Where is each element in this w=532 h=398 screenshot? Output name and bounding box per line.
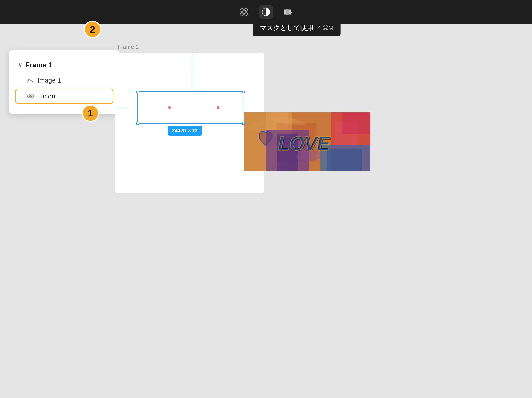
canvas-frame: LOVE LOVE LOVE 244.37 × 72	[115, 53, 264, 193]
handle-bottom-left[interactable]	[136, 122, 139, 124]
center-dot-1	[168, 106, 171, 109]
step-badge-2: 2	[84, 21, 101, 38]
tooltip-text: マスクとして使用	[260, 24, 313, 32]
canvas-area: Frame 1	[0, 24, 532, 398]
crosshair-horizontal	[115, 108, 128, 108]
canvas-image: LOVE LOVE LOVE	[244, 112, 370, 171]
boolean-tool-button[interactable]	[281, 6, 294, 19]
frame-canvas-label: Frame 1	[118, 44, 139, 50]
step-badge-2-number: 2	[90, 24, 95, 35]
mask-tooltip: マスクとして使用 ^ ⌘M	[253, 20, 341, 36]
crosshair-vertical	[192, 53, 192, 91]
handle-bottom-right[interactable]	[242, 122, 245, 124]
step-badge-1-number: 1	[88, 108, 93, 119]
contrast-tool-button[interactable]	[260, 6, 272, 19]
center-dot-2	[217, 106, 219, 109]
step-badge-1: 1	[82, 105, 99, 122]
handle-top-left[interactable]	[136, 91, 139, 93]
svg-rect-7	[286, 10, 289, 15]
grid-tool-button[interactable]	[238, 6, 251, 19]
tooltip-shortcut: ^ ⌘M	[318, 24, 334, 31]
selection-box	[137, 91, 244, 124]
svg-rect-26	[327, 149, 362, 171]
svg-text:LOVE: LOVE	[278, 133, 330, 154]
handle-top-right[interactable]	[242, 91, 245, 93]
svg-rect-24	[342, 112, 370, 134]
dimension-badge: 244.37 × 72	[168, 126, 202, 136]
dimension-text: 244.37 × 72	[172, 128, 198, 133]
